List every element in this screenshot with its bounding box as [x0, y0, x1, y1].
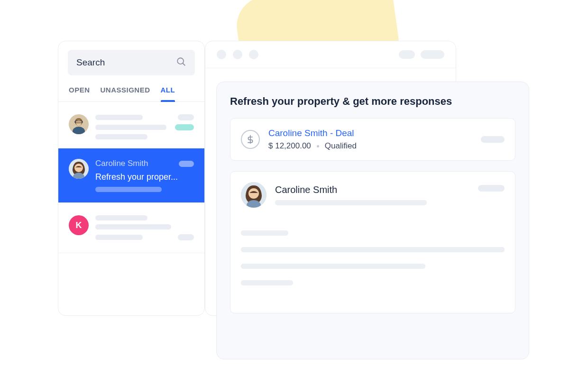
search-icon [176, 56, 186, 69]
detail-title: Refresh your property & get more respons… [230, 95, 515, 108]
skeleton-line [241, 264, 425, 269]
window-dot [249, 50, 258, 59]
deal-title: Caroline Smith - Deal [268, 128, 472, 138]
skeleton-line [95, 115, 143, 120]
svg-point-12 [248, 188, 259, 199]
skeleton-line [95, 235, 143, 240]
avatar [241, 182, 266, 208]
filter-tabs: OPEN UNASSIGNED ALL [58, 75, 204, 102]
search-input[interactable] [76, 57, 176, 68]
skeleton-pill [481, 136, 505, 143]
message-card: Caroline Smith [230, 171, 515, 313]
skeleton-line [241, 280, 293, 285]
separator-dot [317, 145, 319, 147]
deal-status: Qualified [325, 141, 357, 151]
avatar [69, 159, 89, 179]
skeleton-line [95, 215, 147, 220]
conversation-item-selected[interactable]: Caroline Smith Refresh your proper... [58, 148, 204, 203]
tab-open[interactable]: OPEN [69, 86, 90, 101]
window-dot [233, 50, 242, 59]
search-input-wrapper[interactable] [68, 50, 195, 75]
svg-line-1 [183, 63, 185, 65]
conversation-subject: Refresh your proper... [95, 172, 194, 182]
conversation-item[interactable]: K [58, 203, 204, 253]
skeleton-pill [178, 114, 194, 120]
conversation-list: Caroline Smith Refresh your proper... K [58, 102, 204, 253]
skeleton-line [95, 187, 162, 192]
deal-card[interactable]: Caroline Smith - Deal $ 12,200.00 Qualif… [230, 118, 515, 161]
window-chip [421, 50, 444, 59]
inbox-sidebar: OPEN UNASSIGNED ALL [58, 41, 205, 316]
conversation-sender: Caroline Smith [95, 159, 148, 168]
deal-amount: $ 12,200.00 [268, 141, 311, 151]
svg-point-0 [177, 58, 184, 64]
skeleton-line [95, 125, 166, 130]
skeleton-line [95, 224, 171, 229]
skeleton-line [241, 247, 505, 252]
svg-point-8 [74, 164, 83, 172]
background-window-header [205, 41, 456, 68]
window-dot [217, 50, 226, 59]
skeleton-line [241, 230, 288, 236]
tab-all[interactable]: ALL [161, 86, 175, 101]
message-sender: Caroline Smith [275, 184, 469, 195]
skeleton-pill [178, 234, 194, 240]
avatar-initial: K [69, 215, 89, 235]
conversation-item[interactable] [58, 102, 204, 148]
avatar [69, 114, 89, 134]
skeleton-pill [175, 124, 194, 130]
dollar-icon [241, 130, 260, 149]
skeleton-pill [478, 185, 505, 192]
detail-panel: Refresh your property & get more respons… [216, 82, 529, 359]
window-chip [399, 50, 415, 59]
skeleton-pill [179, 161, 194, 167]
skeleton-line [275, 200, 427, 205]
tab-unassigned[interactable]: UNASSIGNED [101, 86, 150, 101]
skeleton-line [95, 134, 147, 139]
